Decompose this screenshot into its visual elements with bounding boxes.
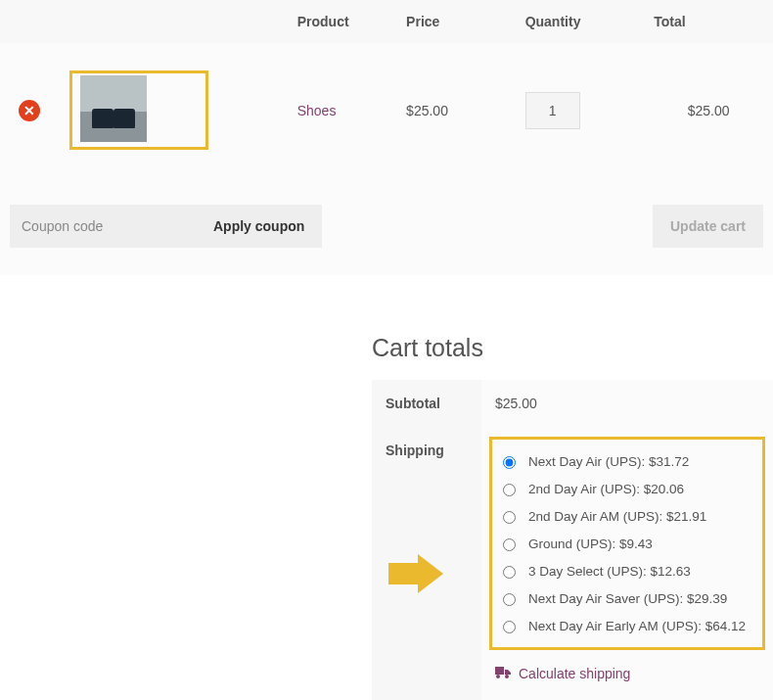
- calculate-shipping-link[interactable]: Calculate shipping: [495, 666, 630, 681]
- shipping-option-label: Next Day Air Saver (UPS): $29.39: [528, 591, 727, 606]
- header-product: Product: [288, 0, 396, 43]
- subtotal-value: $25.00: [481, 380, 773, 427]
- shipping-option-label: 2nd Day Air (UPS): $20.06: [528, 482, 684, 496]
- cart-totals-title: Cart totals: [372, 334, 773, 362]
- remove-item-button[interactable]: ✕: [19, 100, 40, 121]
- shipping-option-label: Next Day Air Early AM (UPS): $64.12: [528, 619, 746, 633]
- subtotal-label: Subtotal: [372, 380, 481, 427]
- cart-totals: Cart totals Subtotal $25.00 Shipping Nex…: [372, 334, 773, 700]
- shipping-option[interactable]: 2nd Day Air (UPS): $20.06: [498, 475, 752, 502]
- coupon-area: Apply coupon: [10, 205, 322, 248]
- shipping-option-label: Next Day Air (UPS): $31.72: [528, 454, 689, 469]
- shipping-option[interactable]: Ground (UPS): $9.43: [498, 530, 752, 557]
- shipping-radio[interactable]: [503, 621, 516, 633]
- truck-icon: [495, 666, 511, 681]
- cart-table: Product Price Quantity Total ✕ Shoes $25…: [0, 0, 773, 275]
- product-thumbnail-highlight: [69, 70, 208, 150]
- calculate-shipping-label: Calculate shipping: [519, 666, 630, 681]
- shipping-option[interactable]: Next Day Air Early AM (UPS): $64.12: [498, 612, 752, 639]
- shipping-option-label: 3 Day Select (UPS): $12.63: [528, 564, 691, 579]
- header-total: Total: [644, 0, 773, 43]
- update-cart-button[interactable]: Update cart: [653, 205, 763, 248]
- header-quantity: Quantity: [516, 0, 645, 43]
- cart-row: ✕ Shoes $25.00 $25.00: [0, 43, 773, 177]
- shipping-options-highlight: Next Day Air (UPS): $31.722nd Day Air (U…: [489, 437, 765, 650]
- apply-coupon-button[interactable]: Apply coupon: [196, 205, 322, 248]
- coupon-code-input[interactable]: [10, 205, 196, 248]
- shipping-option[interactable]: Next Day Air Saver (UPS): $29.39: [498, 584, 752, 612]
- product-name-link[interactable]: Shoes: [297, 103, 337, 118]
- quantity-input[interactable]: [525, 92, 580, 129]
- item-total: $25.00: [644, 43, 773, 177]
- shipping-option[interactable]: 3 Day Select (UPS): $12.63: [498, 557, 752, 584]
- shipping-radio[interactable]: [503, 484, 516, 496]
- shipping-option-label: 2nd Day Air AM (UPS): $21.91: [528, 509, 706, 524]
- arrow-icon: [418, 554, 443, 593]
- shipping-radio[interactable]: [503, 538, 516, 551]
- shipping-radio[interactable]: [503, 593, 516, 606]
- shipping-radio[interactable]: [503, 566, 516, 579]
- shipping-option[interactable]: 2nd Day Air AM (UPS): $21.91: [498, 502, 752, 530]
- shipping-option[interactable]: Next Day Air (UPS): $31.72: [498, 447, 752, 475]
- shipping-radio[interactable]: [503, 456, 516, 469]
- item-price: $25.00: [396, 43, 516, 177]
- shipping-radio[interactable]: [503, 511, 516, 524]
- shipping-option-label: Ground (UPS): $9.43: [528, 537, 653, 551]
- header-price: Price: [396, 0, 516, 43]
- product-thumbnail[interactable]: [80, 75, 147, 142]
